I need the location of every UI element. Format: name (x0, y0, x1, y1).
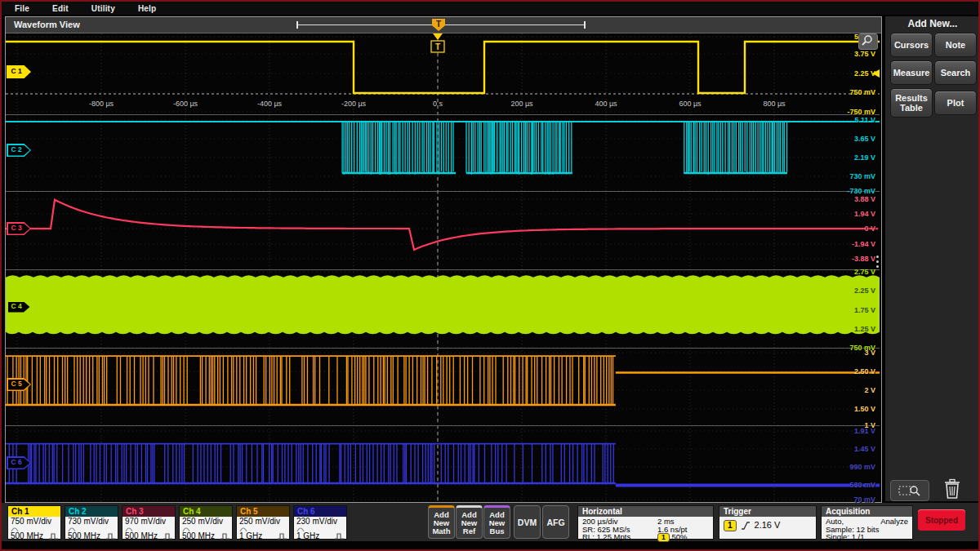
oscilloscope-screen: File Edit Utility Help Waveform View T T… (0, 0, 980, 551)
voltage-scale-label: 730 mV (826, 172, 875, 180)
channel-bandwidth: 1 GHz (296, 532, 319, 540)
horizontal-panel[interactable]: Horizontal 200 µs/div2 ms SR: 625 MS/s1.… (577, 505, 714, 540)
add-new-bus-button[interactable]: Add New Bus (483, 505, 510, 539)
acquisition-panel[interactable]: Acquisition Auto,Analyze Sample: 12 bits… (821, 505, 913, 540)
menu-edit[interactable]: Edit (52, 4, 69, 13)
voltage-scale-label: 1.25 V (826, 325, 875, 333)
zoom-mode-button[interactable] (890, 480, 929, 501)
add-new-ref-button[interactable]: Add New Ref (456, 505, 483, 539)
step-wave-icon (49, 533, 58, 540)
trigger-level-arrow-icon[interactable] (872, 69, 880, 78)
channel-badge-ch5[interactable]: Ch 5 250 mV/div 1 GHz (236, 505, 290, 540)
channel-handle-c5[interactable]: C 5 (7, 378, 31, 391)
trigger-panel[interactable]: Trigger 1 2.16 V (719, 505, 817, 540)
plot-button[interactable]: Plot (934, 91, 977, 115)
trigger-panel-title: Trigger (719, 506, 816, 517)
waveform-view-window: Waveform View T T -800 µs -600 µs -400 µ… (5, 16, 882, 503)
search-button[interactable]: Search (934, 60, 977, 85)
voltage-scale-label: 5.11 V (826, 116, 875, 124)
time-axis-label: 0 s (413, 100, 462, 108)
channel-scale: 750 mV/div (11, 518, 58, 526)
voltage-scale-label: 2.75 V (826, 268, 875, 276)
panel-grip-icon[interactable] (876, 256, 879, 268)
note-button[interactable]: Note (934, 33, 977, 57)
channel-handle-label: C 5 (7, 380, 26, 388)
acquisition-panel-title: Acquisition (822, 506, 912, 517)
voltage-scale-label: 2.19 V (826, 153, 875, 162)
channel-handle-c1[interactable]: C 1 (7, 65, 31, 78)
waveform-view-titlebar[interactable]: Waveform View T (6, 17, 881, 33)
voltage-scale-label: 1.94 V (826, 210, 875, 218)
cursors-button[interactable]: Cursors (890, 33, 933, 57)
voltage-scale-label: 3.88 V (826, 195, 875, 203)
menu-utility[interactable]: Utility (91, 4, 115, 13)
channel-scale: 250 mV/div (239, 518, 287, 526)
channel-bandwidth: 500 MHz (125, 532, 158, 540)
measure-button[interactable]: Measure (890, 60, 933, 85)
time-axis-label: 800 µs (750, 100, 799, 108)
step-wave-icon (163, 533, 172, 540)
acquisition-single: Single: 1 /1 (826, 533, 908, 541)
channel-badge-header: Ch 4 (180, 506, 232, 517)
channel-badge-header: Ch 6 (294, 506, 346, 517)
trigger-position-marker[interactable]: T (432, 19, 445, 31)
voltage-scale-label: -750 mV (826, 108, 875, 116)
channel-scale: 250 mV/div (182, 518, 229, 526)
run-stop-status-button[interactable]: Stopped (918, 509, 965, 531)
step-wave-icon (278, 533, 287, 540)
trash-icon (943, 478, 961, 500)
channel-scale: 230 mV/div (296, 518, 344, 526)
time-axis-label: -400 µs (245, 100, 294, 108)
dvm-button[interactable]: DVM (514, 505, 541, 539)
time-axis-label: -800 µs (77, 100, 126, 108)
channel-scale: 970 mV/div (125, 518, 172, 526)
trigger-level: 2.16 V (755, 522, 781, 530)
voltage-scale-label: 2.25 V (826, 287, 875, 295)
window-title: Waveform View (14, 20, 80, 29)
time-axis-label: 400 µs (581, 100, 630, 108)
trigger-source-chip: 1 (724, 520, 737, 531)
zoom-glass-icon[interactable] (858, 33, 878, 50)
channel-handle-label: C 3 (7, 224, 26, 232)
settings-bar: Ch 1 750 mV/div 500 MHz Ch 2 730 mV/div … (2, 503, 980, 541)
afg-button[interactable]: AFG (542, 505, 569, 539)
record-length: RL: 1.25 Mpts (582, 533, 657, 542)
menu-bar: File Edit Utility Help (2, 2, 978, 15)
channel-badge-ch6[interactable]: Ch 6 230 mV/div 1 GHz (293, 505, 347, 540)
svg-text:T: T (435, 42, 440, 51)
channel-badge-ch2[interactable]: Ch 2 730 mV/div 500 MHz (65, 505, 118, 540)
results-table-button[interactable]: Results Table (890, 88, 933, 118)
waveform-plot-area[interactable]: T -800 µs -600 µs -400 µs -200 µs 0 s 20… (6, 33, 880, 502)
channel-badge-header: Ch 3 (122, 506, 175, 517)
rising-edge-icon (741, 521, 751, 531)
voltage-scale-label: 3.75 V (826, 50, 875, 58)
channel-handle-c6[interactable]: C 6 (7, 456, 31, 469)
channel-bandwidth: 500 MHz (11, 532, 43, 540)
voltage-scale-column: 5.25 V 3.75 V 2.25 V 750 mV -750 mV 5.11… (850, 33, 880, 502)
voltage-scale-label: -3.88 V (826, 255, 875, 263)
time-axis-label: -600 µs (161, 100, 210, 108)
menu-help[interactable]: Help (138, 4, 156, 13)
channel-handle-c3[interactable]: C 3 (7, 222, 31, 235)
channel-handle-c4[interactable]: C 4 (7, 300, 31, 313)
trash-button[interactable] (941, 477, 964, 501)
channel-badge-ch1[interactable]: Ch 1 750 mV/div 500 MHz (7, 505, 61, 540)
time-axis-label: -200 µs (329, 100, 378, 108)
channel-badge-ch3[interactable]: Ch 3 970 mV/div 500 MHz (122, 505, 176, 540)
channel-scale: 730 mV/div (68, 518, 115, 526)
voltage-scale-label: -730 mV (826, 187, 875, 195)
menu-file[interactable]: File (15, 4, 29, 13)
time-axis-label: 600 µs (666, 100, 715, 108)
voltage-scale-label: 2.25 V (826, 69, 875, 78)
channel-badge-ch4[interactable]: Ch 4 250 mV/div 500 MHz (179, 505, 233, 540)
channel-handle-c2[interactable]: C 2 (7, 144, 31, 157)
add-new-math-button[interactable]: Add New Math (428, 505, 455, 539)
step-wave-icon (106, 533, 115, 540)
channel-bandwidth: 500 MHz (182, 532, 215, 540)
add-new-header: Add New... (885, 18, 980, 29)
voltage-scale-label: 530 mV (826, 481, 875, 489)
step-wave-icon (220, 533, 229, 540)
channel-badge-header: Ch 1 (8, 506, 60, 517)
voltage-scale-label: 1.75 V (826, 306, 875, 314)
voltage-scale-label: 2 V (826, 386, 875, 394)
